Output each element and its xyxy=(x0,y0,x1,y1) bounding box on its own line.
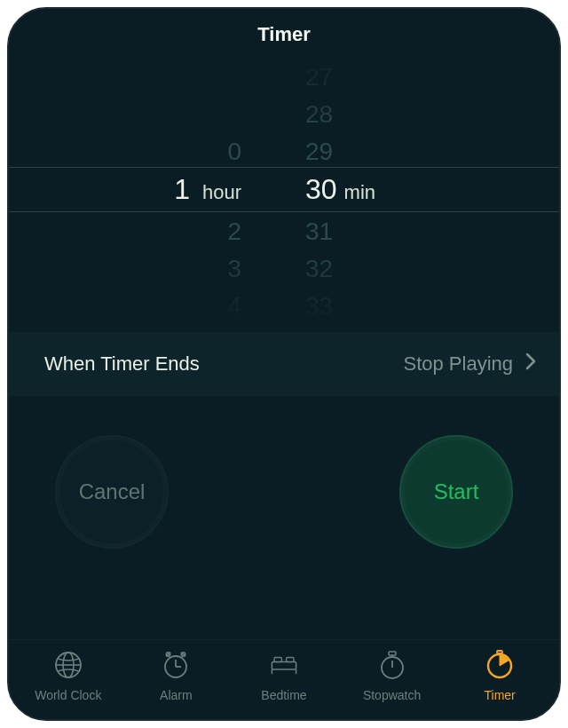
tab-label: World Clock xyxy=(35,688,101,702)
cancel-button[interactable]: Cancel xyxy=(55,435,169,549)
hour-unit: hour xyxy=(197,181,241,203)
tab-label: Bedtime xyxy=(261,688,306,702)
tab-timer[interactable]: Timer xyxy=(451,650,548,702)
tab-bar: World Clock Alarm Bedtime Stopwatch xyxy=(9,639,559,719)
minute-option[interactable]: 32 xyxy=(300,250,442,288)
minute-option[interactable]: 33 xyxy=(300,288,442,321)
minute-value: 30 xyxy=(305,173,344,205)
timer-screen: Timer 0 1hour 2 3 4 27 28 29 30min 31 32 xyxy=(7,7,561,721)
svg-rect-10 xyxy=(287,658,295,662)
svg-rect-15 xyxy=(389,652,396,655)
chevron-right-icon xyxy=(525,352,536,376)
minute-unit: min xyxy=(344,181,375,203)
minute-selected[interactable]: 30min xyxy=(300,170,442,208)
action-buttons: Cancel Start xyxy=(9,396,559,639)
hour-selected[interactable]: 1hour xyxy=(126,170,268,208)
minutes-column[interactable]: 27 28 29 30min 31 32 33 xyxy=(300,55,442,321)
tab-world-clock[interactable]: World Clock xyxy=(20,650,117,702)
svg-rect-8 xyxy=(272,662,296,670)
tab-alarm[interactable]: Alarm xyxy=(127,650,225,702)
minute-option[interactable]: 28 xyxy=(300,96,442,133)
svg-rect-18 xyxy=(497,651,502,653)
when-timer-ends-value: Stop Playing xyxy=(403,352,513,376)
hour-option[interactable]: 0 xyxy=(126,133,268,170)
when-timer-ends-label: When Timer Ends xyxy=(44,352,200,376)
tab-stopwatch[interactable]: Stopwatch xyxy=(343,650,441,702)
tab-bedtime[interactable]: Bedtime xyxy=(235,650,333,702)
minute-option[interactable]: 29 xyxy=(300,133,442,170)
tab-label: Timer xyxy=(485,688,516,702)
hour-value: 1 xyxy=(174,173,197,205)
timer-icon xyxy=(485,650,515,683)
hours-column[interactable]: 0 1hour 2 3 4 xyxy=(126,55,268,321)
alarm-icon xyxy=(161,650,191,683)
svg-rect-9 xyxy=(274,658,282,662)
globe-icon xyxy=(53,650,83,683)
hour-option[interactable]: 2 xyxy=(126,213,268,250)
minute-option[interactable]: 31 xyxy=(300,213,442,250)
start-button[interactable]: Start xyxy=(399,435,513,549)
hour-option[interactable]: 3 xyxy=(126,250,268,288)
page-title: Timer xyxy=(9,9,559,55)
tab-label: Alarm xyxy=(160,688,193,702)
stopwatch-icon xyxy=(377,650,407,683)
hour-option[interactable]: 4 xyxy=(126,288,268,321)
when-timer-ends-row[interactable]: When Timer Ends Stop Playing xyxy=(9,332,559,396)
minute-option[interactable]: 27 xyxy=(300,59,442,96)
tab-label: Stopwatch xyxy=(363,688,421,702)
bed-icon xyxy=(269,650,299,683)
duration-picker[interactable]: 0 1hour 2 3 4 27 28 29 30min 31 32 33 xyxy=(9,55,559,321)
